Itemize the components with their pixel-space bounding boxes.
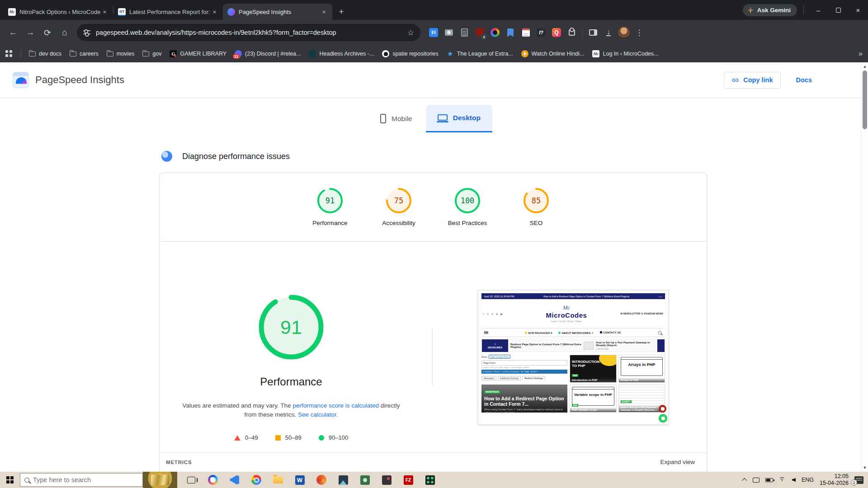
scroll-down-arrow-icon[interactable]: ▼ — [861, 465, 868, 470]
score-calc-link[interactable]: performance score is calculated — [292, 402, 379, 409]
reader-extension-icon[interactable] — [458, 26, 471, 39]
tray-expand-chevron-icon[interactable] — [742, 478, 747, 483]
language-indicator[interactable]: ENG — [802, 477, 814, 483]
bookmark-spatie[interactable]: spatie repositories — [378, 48, 442, 60]
filezilla-button[interactable]: FZ — [402, 474, 414, 486]
bookmark-star-icon[interactable]: ☆ — [407, 28, 414, 38]
bookmark-dev-docs[interactable]: dev docs — [25, 48, 66, 59]
bookmark-league[interactable]: ★The League of Extra... — [443, 48, 517, 60]
taskbar-search-box[interactable] — [20, 473, 143, 487]
best-practices-score-label: Best Practices — [433, 220, 502, 226]
site-screenshot-thumbnail[interactable]: April 15, 2026 11:33:46 PM How to Add a … — [478, 290, 669, 425]
home-button[interactable]: ⌂ — [57, 25, 72, 40]
profile-avatar[interactable] — [617, 26, 631, 39]
taskbar-clock[interactable]: 12:05 15-04-2026 — [820, 473, 849, 487]
scroll-up-arrow-icon[interactable]: ▲ — [861, 64, 868, 69]
thumb-ticker-end — [657, 339, 665, 352]
bookmark-headless-archives[interactable]: Headless Archives -... — [305, 48, 378, 60]
copy-link-button[interactable]: Copy link — [724, 72, 780, 89]
tab-close-icon[interactable]: × — [211, 8, 218, 16]
extensions-row: FI 4 f? Q ↓ ⋮ — [427, 26, 646, 39]
photos-button[interactable] — [337, 474, 349, 486]
score-seo[interactable]: 85 SEO — [502, 187, 571, 226]
adblock-extension-icon[interactable]: 4 — [473, 26, 486, 39]
forward-button[interactable]: → — [23, 25, 38, 40]
chrome-icon — [251, 475, 261, 485]
start-button[interactable] — [0, 472, 20, 488]
bookmark-movies[interactable]: movies — [103, 48, 139, 59]
tab-mobile[interactable]: Mobile — [368, 105, 424, 132]
vscode-button[interactable] — [229, 474, 241, 486]
thumb-headlines-ticker: + HEADLINES Redirect Page Option in Cont… — [481, 339, 665, 352]
score-best-practices[interactable]: 100 Best Practices — [433, 187, 502, 226]
system-tray: ENG 12:05 15-04-2026 1 — [743, 473, 868, 487]
ask-gemini-button[interactable]: Ask Gemini — [743, 4, 797, 16]
url-text[interactable]: pagespeed.web.dev/analysis/https-microco… — [96, 29, 407, 36]
score-accessibility[interactable]: 75 Accessibility — [364, 187, 433, 226]
tab-close-icon[interactable]: × — [320, 8, 328, 16]
bookmark-gamer-library[interactable]: GGAMER LIBRARY — [165, 48, 231, 60]
bookmark-gov[interactable]: gov — [138, 48, 165, 59]
new-tab-button[interactable]: + — [335, 5, 348, 18]
fonts-ninja-extension-icon[interactable]: FI — [427, 26, 440, 39]
krita-button[interactable] — [316, 474, 327, 486]
tab-pagespeed-insights-active[interactable]: PageSpeed Insights × — [223, 4, 332, 20]
search-extension-icon[interactable]: Q — [550, 26, 563, 39]
battery-icon[interactable] — [765, 478, 773, 482]
browser-menu-kebab-icon[interactable]: ⋮ — [632, 26, 646, 39]
see-calculator-link[interactable]: See calculator. — [298, 411, 338, 418]
volume-icon[interactable] — [792, 478, 796, 482]
chrome-button[interactable] — [250, 474, 262, 486]
folder-icon — [29, 52, 36, 56]
screenshot-tool-button[interactable] — [424, 474, 436, 486]
tab-close-icon[interactable]: × — [101, 8, 108, 16]
tab-gtmetrix[interactable]: GT Latest Performance Report for: × — [113, 4, 223, 20]
bookmark-manager-extension-icon[interactable] — [504, 26, 517, 39]
task-view-button[interactable] — [185, 474, 197, 486]
bookmark-watch-online[interactable]: Watch Online Hindi... — [517, 48, 589, 60]
camera-app-button[interactable] — [381, 474, 392, 486]
seo-score-label: SEO — [502, 220, 571, 226]
wifi-icon[interactable] — [779, 477, 786, 483]
back-button[interactable]: ← — [5, 25, 21, 40]
maximize-button[interactable] — [828, 0, 848, 20]
bookmark-login-microcodes[interactable]: McLog In ‹ MicroCodes... — [588, 48, 662, 60]
search-input[interactable] — [33, 476, 119, 483]
downloads-icon[interactable]: ↓ — [602, 26, 615, 39]
page-scrollbar[interactable]: ▲ ▼ — [861, 62, 868, 472]
screenshot-extension-icon[interactable] — [442, 26, 456, 39]
copilot-button[interactable] — [207, 474, 219, 486]
main-gauge-score-value: 91 — [257, 293, 325, 361]
tab-desktop[interactable]: Desktop — [426, 105, 492, 132]
expand-view-button[interactable]: Expand view — [660, 459, 695, 465]
docs-link[interactable]: Docs — [796, 76, 812, 84]
close-window-button[interactable]: × — [848, 0, 868, 20]
apps-grid-icon[interactable] — [5, 50, 13, 57]
report-card: 91 Performance 75 Accessibility — [159, 173, 707, 488]
minimize-button[interactable]: – — [808, 0, 828, 20]
colorpicker-extension-icon[interactable] — [488, 26, 502, 39]
media-app-button[interactable] — [359, 474, 371, 486]
reload-button[interactable]: ⟳ — [40, 25, 55, 40]
notes-extension-icon[interactable] — [519, 26, 533, 39]
whatfont-extension-icon[interactable]: f? — [534, 26, 548, 39]
address-bar[interactable]: pagespeed.web.dev/analysis/https-microco… — [77, 24, 420, 41]
side-panel-icon[interactable] — [586, 26, 600, 39]
search-highlight-image[interactable] — [143, 472, 177, 488]
bookmark-discord[interactable]: 21(23) Discord | #relea... — [231, 48, 305, 60]
bookmark-careers[interactable]: careers — [66, 48, 103, 59]
thumb-site-header: f ⊙ X ⊕ ▶ Mc MicroCodes Learn | Code | G… — [481, 299, 665, 328]
notification-center-icon[interactable]: 1 — [854, 476, 863, 484]
psi-header: PageSpeed Insights Copy link Docs — [0, 62, 868, 98]
pagespeed-page: PageSpeed Insights Copy link Docs Mobile… — [0, 62, 868, 472]
file-explorer-button[interactable] — [272, 474, 284, 486]
thumb-article-overlay: WORDPRESS How to Add a Redirect Page Opt… — [481, 385, 567, 413]
bookmarks-overflow-chevron[interactable]: » — [859, 50, 863, 58]
word-button[interactable]: W — [294, 474, 306, 486]
extensions-puzzle-icon[interactable] — [565, 26, 579, 39]
tab-nitropack[interactable]: Mc NitroPack Options ‹ MicroCode × — [4, 4, 113, 20]
score-performance[interactable]: 91 Performance — [296, 187, 364, 226]
scrollbar-thumb[interactable] — [863, 70, 867, 129]
site-info-icon[interactable] — [83, 29, 90, 36]
cast-display-icon[interactable] — [753, 478, 760, 483]
